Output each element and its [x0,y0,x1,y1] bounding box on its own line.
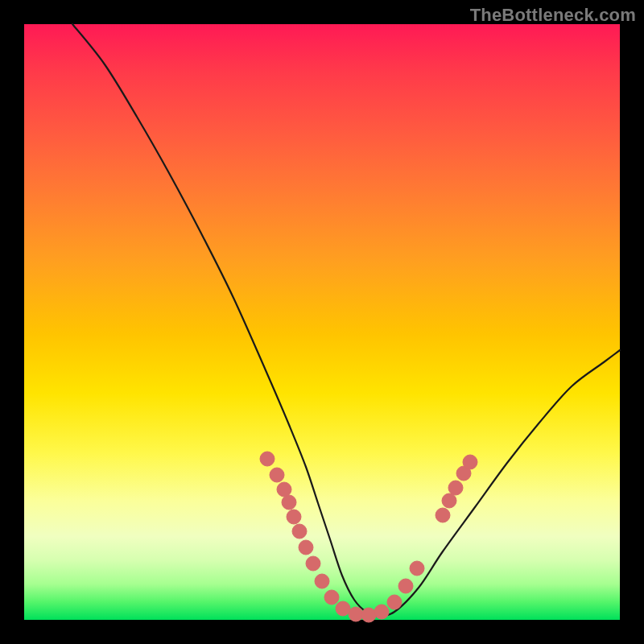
curve-marker [260,452,275,466]
curve-marker [387,595,402,609]
curve-marker [287,510,301,524]
bottleneck-curve [72,24,620,616]
curve-marker [349,607,363,621]
curve-marker [315,574,329,588]
curve-marker [361,608,376,622]
curve-markers [260,452,477,622]
curve-layer [24,24,620,620]
watermark-text: TheBottleneck.com [470,5,636,26]
curve-marker [299,540,313,555]
curve-marker [442,493,456,508]
curve-marker [448,481,463,495]
curve-marker [410,561,424,576]
curve-marker [270,468,284,482]
curve-marker [436,508,450,522]
curve-marker [324,590,339,605]
curve-marker [463,455,477,469]
curve-marker [336,601,350,616]
plot-area [24,24,620,620]
curve-marker [292,524,307,539]
curve-marker [306,556,320,571]
curve-marker [282,495,296,510]
curve-marker [374,605,389,619]
curve-marker [398,579,413,593]
chart-stage: TheBottleneck.com [0,0,644,644]
curve-marker [277,482,291,497]
